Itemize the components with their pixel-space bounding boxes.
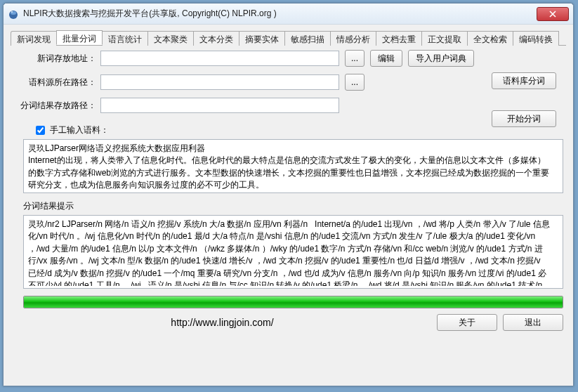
newword-path-input[interactable] — [100, 51, 339, 66]
tab-6[interactable]: 敏感扫描 — [284, 31, 331, 46]
client-area: 新词发现批量分词语言统计文本聚类文本分类摘要实体敏感扫描情感分析文档去重正文提取… — [4, 25, 573, 386]
window-title: NLPIR大数据搜索与挖掘开发平台(共享版, Copyright(C) NLPI… — [23, 8, 537, 20]
input-textarea-wrap — [23, 139, 563, 193]
result-path-input[interactable] — [100, 98, 339, 113]
tab-7[interactable]: 情感分析 — [330, 31, 376, 46]
input-textarea[interactable] — [24, 140, 563, 190]
import-dict-button[interactable]: 导入用户词典 — [408, 50, 474, 67]
corpus-source-label: 语料源所在路径： — [11, 77, 100, 89]
manual-input-label[interactable]: 手工输入语料： — [36, 124, 109, 136]
corpus-browse-button[interactable]: ... — [345, 74, 364, 91]
exit-button[interactable]: 退出 — [503, 314, 563, 331]
tab-strip: 新词发现批量分词语言统计文本聚类文本分类摘要实体敏感扫描情感分析文档去重正文提取… — [11, 30, 566, 46]
newword-path-label: 新词存放地址： — [11, 53, 100, 65]
progress-fill — [24, 296, 563, 308]
tab-5[interactable]: 摘要实体 — [239, 31, 285, 46]
app-icon — [8, 8, 19, 20]
result-textarea[interactable] — [24, 216, 563, 286]
result-path-label: 分词结果存放路径： — [11, 100, 100, 112]
tab-4[interactable]: 文本分类 — [193, 31, 239, 46]
progress-bar — [23, 296, 563, 308]
result-section-label: 分词结果提示 — [11, 200, 566, 212]
tab-3[interactable]: 文本聚类 — [147, 31, 194, 46]
corpus-source-input[interactable] — [100, 74, 339, 90]
tab-2[interactable]: 语言统计 — [102, 31, 148, 46]
svg-point-2 — [11, 11, 13, 13]
app-window: NLPIR大数据搜索与挖掘开发平台(共享版, Copyright(C) NLPI… — [3, 3, 574, 386]
tab-0[interactable]: 新词发现 — [11, 31, 57, 46]
tab-9[interactable]: 正文提取 — [421, 31, 468, 46]
footer: http://www.lingjoin.com/ 关于 退出 — [11, 308, 566, 332]
tab-10[interactable]: 全文检索 — [467, 31, 513, 46]
result-textarea-wrap — [23, 215, 563, 289]
tab-11[interactable]: 编码转换 — [513, 31, 559, 46]
close-icon — [549, 11, 556, 18]
tab-8[interactable]: 文档去重 — [376, 31, 422, 46]
close-button[interactable] — [537, 7, 569, 21]
manual-input-checkbox[interactable] — [36, 126, 45, 135]
edit-button[interactable]: 编辑 — [370, 50, 402, 67]
corpus-seg-button[interactable]: 语料库分词 — [492, 72, 556, 89]
tab-panel-segment: 新词存放地址： ... 编辑 导入用户词典 语料源所在路径： ... 分词结果存… — [11, 50, 566, 383]
start-seg-button[interactable]: 开始分词 — [492, 110, 556, 127]
titlebar: NLPIR大数据搜索与挖掘开发平台(共享版, Copyright(C) NLPI… — [4, 4, 573, 25]
newword-browse-button[interactable]: ... — [345, 50, 364, 67]
right-button-column: 语料库分词 开始分词 — [486, 51, 556, 127]
tab-1[interactable]: 批量分词 — [56, 30, 103, 45]
footer-url: http://www.lingjoin.com/ — [13, 317, 431, 328]
about-button[interactable]: 关于 — [437, 314, 497, 331]
